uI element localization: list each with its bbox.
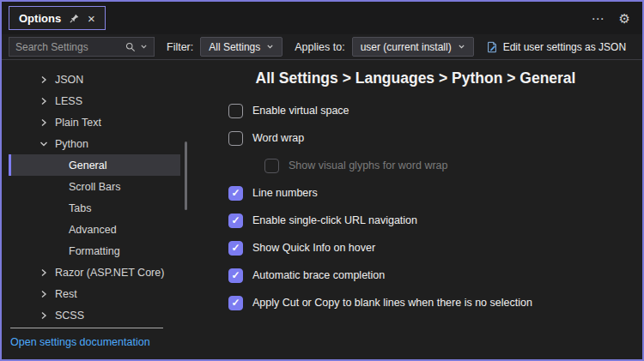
setting-row: ✓Automatic brace completion (189, 262, 642, 289)
tree-item-label: LESS (55, 95, 82, 107)
pin-icon[interactable] (69, 13, 80, 24)
settings-sidebar: JSONLESSPlain TextPythonGeneralScroll Ba… (2, 60, 189, 359)
applies-to-label: Applies to: (295, 41, 344, 53)
gear-icon[interactable]: ⚙ (619, 12, 630, 25)
tree-item-label: Formatting (69, 245, 120, 257)
checkbox-checked[interactable]: ✓ (228, 241, 243, 256)
titlebar: Options × ⋯ ⚙ (2, 2, 642, 34)
search-icon (125, 42, 136, 52)
setting-label: Apply Cut or Copy to blank lines when th… (252, 297, 532, 309)
tree-item-razor-asp-net-core-[interactable]: Razor (ASP.NET Core) (2, 262, 189, 283)
tab-title: Options (19, 12, 61, 25)
checkbox-checked[interactable]: ✓ (228, 296, 243, 310)
settings-list: Enable virtual spaceWord wrapShow visual… (189, 97, 642, 316)
chevron-down-icon (266, 43, 274, 51)
setting-label: Automatic brace completion (252, 269, 385, 281)
tree-item-label: Tabs (69, 202, 91, 214)
tree-item-label: JSON (55, 74, 83, 86)
setting-label: Show visual glyphs for word wrap (289, 159, 448, 171)
tree-item-formatting[interactable]: Formatting (2, 240, 189, 262)
tree-item-python[interactable]: Python (2, 133, 189, 154)
tree-item-label: Advanced (69, 224, 117, 236)
setting-label: Show Quick Info on hover (252, 242, 375, 254)
checkbox-unchecked[interactable] (228, 131, 243, 146)
checkbox-unchecked[interactable] (228, 104, 243, 118)
applies-to-dropdown[interactable]: user (current install) (352, 37, 474, 57)
chevron-right-icon[interactable] (38, 310, 50, 321)
tree-item-plain-text[interactable]: Plain Text (2, 111, 189, 133)
chevron-right-icon[interactable] (38, 75, 50, 85)
setting-label: Enable virtual space (252, 105, 349, 117)
setting-row: Show visual glyphs for word wrap (189, 152, 642, 179)
tree-item-tabs[interactable]: Tabs (2, 197, 189, 219)
titlebar-actions: ⋯ ⚙ (592, 12, 630, 25)
filter-dropdown[interactable]: All Settings (200, 37, 283, 57)
search-history-chevron-icon[interactable] (140, 43, 148, 51)
setting-row: ✓Show Quick Info on hover (189, 234, 642, 262)
setting-row: ✓Enable single-click URL navigation (189, 207, 642, 234)
tree-item-advanced[interactable]: Advanced (2, 219, 189, 240)
filter-label: Filter: (167, 41, 193, 53)
tree-item-label: Scroll Bars (69, 181, 120, 193)
tree-item-json[interactable]: JSON (2, 69, 189, 90)
tree-item-scss[interactable]: SCSS (2, 304, 189, 326)
chevron-down-icon[interactable] (38, 139, 50, 149)
chevron-down-icon (458, 43, 465, 51)
search-input[interactable] (15, 41, 121, 53)
setting-row: ✓Line numbers (189, 179, 642, 207)
tree-item-label: Plain Text (55, 117, 101, 129)
tree-item-less[interactable]: LESS (2, 90, 189, 111)
checkbox-checked[interactable]: ✓ (228, 186, 243, 201)
tree-item-rest[interactable]: Rest (2, 283, 189, 304)
checkbox-checked[interactable]: ✓ (228, 214, 243, 228)
sidebar-divider (10, 328, 163, 328)
tree-item-label: Python (55, 138, 88, 150)
filter-value: All Settings (209, 41, 260, 53)
chevron-right-icon[interactable] (38, 268, 50, 278)
more-options-icon[interactable]: ⋯ (592, 12, 605, 25)
edit-json-label: Edit user settings as JSON (503, 41, 626, 53)
applies-to-value: user (current install) (361, 41, 452, 53)
main-area: JSONLESSPlain TextPythonGeneralScroll Ba… (2, 60, 642, 359)
setting-label: Line numbers (252, 187, 318, 199)
tree-item-label: Rest (55, 288, 77, 300)
options-window: Options × ⋯ ⚙ Filter: All Settings (0, 0, 644, 361)
settings-content: All Settings > Languages > Python > Gene… (189, 60, 642, 359)
checkbox-unchecked[interactable] (264, 159, 279, 173)
settings-tree: JSONLESSPlain TextPythonGeneralScroll Ba… (2, 69, 189, 326)
options-tab[interactable]: Options × (9, 6, 106, 30)
breadcrumb: All Settings > Languages > Python > Gene… (189, 69, 642, 87)
edit-json-icon (486, 41, 498, 53)
tree-scrollbar[interactable] (185, 141, 187, 210)
setting-row: Enable virtual space (189, 97, 642, 124)
tree-item-scroll-bars[interactable]: Scroll Bars (2, 176, 189, 197)
tree-item-label: General (69, 159, 106, 171)
setting-row: ✓Apply Cut or Copy to blank lines when t… (189, 289, 642, 316)
setting-row: Word wrap (189, 124, 642, 152)
tree-item-label: Razor (ASP.NET Core) (55, 267, 164, 279)
close-icon[interactable]: × (88, 12, 95, 25)
chevron-right-icon[interactable] (38, 96, 50, 106)
tree-item-label: SCSS (55, 310, 84, 322)
search-box[interactable] (9, 37, 155, 57)
setting-label: Word wrap (252, 132, 304, 144)
open-settings-documentation-link[interactable]: Open settings documentation (10, 336, 150, 348)
tree-item-general[interactable]: General (9, 154, 180, 176)
settings-toolbar: Filter: All Settings Applies to: user (c… (2, 34, 642, 60)
chevron-right-icon[interactable] (38, 289, 50, 299)
setting-label: Enable single-click URL navigation (252, 214, 417, 226)
edit-json-button[interactable]: Edit user settings as JSON (481, 37, 631, 57)
checkbox-checked[interactable]: ✓ (228, 268, 243, 283)
chevron-right-icon[interactable] (38, 117, 50, 128)
